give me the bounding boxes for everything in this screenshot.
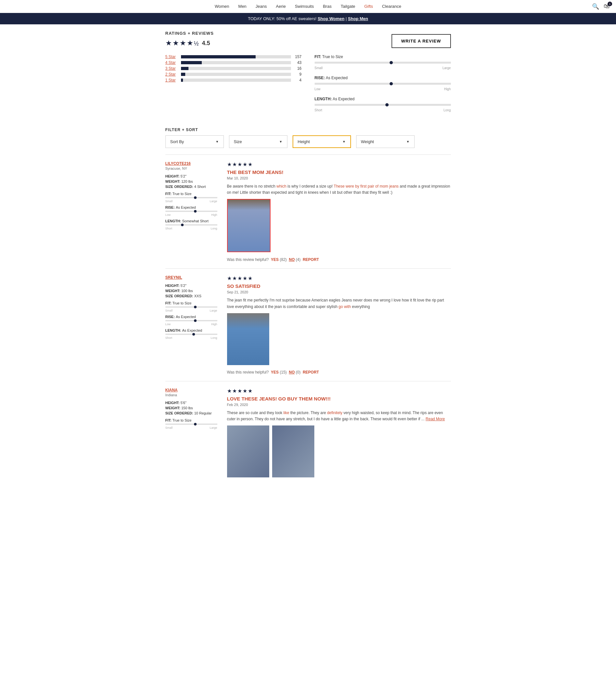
divider-after-filter <box>166 154 451 155</box>
report-link-2[interactable]: REPORT <box>303 370 319 374</box>
divider-1 <box>166 268 451 269</box>
fit-metric-rise: RISE: As Expected Low High <box>315 76 451 91</box>
filter-row: Sort By ▼ Size ▼ Height ▼ Weight ▼ <box>166 135 451 148</box>
read-more-link-3[interactable]: Read More <box>425 417 445 421</box>
bar-fill-1 <box>181 79 183 82</box>
star-label-5[interactable]: 5 Star <box>166 55 178 59</box>
helpful-no-2[interactable]: NO <box>289 370 294 374</box>
reviewer-fit-val-2: True to Size <box>173 301 192 305</box>
report-link-1[interactable]: REPORT <box>303 257 319 262</box>
helpful-yes-2[interactable]: YES <box>271 370 279 374</box>
reviewer-length-row-1: LENGTH: Somewhat Short ShortLong <box>166 219 217 230</box>
fit-slider-track <box>315 62 451 64</box>
search-icon[interactable]: 🔍 <box>592 3 599 10</box>
weight-dropdown[interactable]: Weight ▼ <box>356 135 415 148</box>
weight-label: Weight <box>361 139 374 144</box>
review-image-3a[interactable] <box>227 426 269 477</box>
nav-women[interactable]: Women <box>215 4 229 9</box>
star-row-5: 5 Star 157 <box>166 55 302 59</box>
nav-icons: 🔍 🛍1 <box>592 3 610 10</box>
reviewer-location-3: Indiana <box>166 393 217 397</box>
review-stars-3: ★★★★★ <box>227 388 451 394</box>
reviewer-name-2[interactable]: SREYNIL <box>166 275 217 280</box>
length-right: Long <box>443 108 450 112</box>
review-text-3: These are so cute and they look like the… <box>227 410 451 422</box>
fit-label-strong: FIT: <box>315 55 322 59</box>
review-image-wrap-1[interactable] <box>227 199 270 252</box>
star-label-4[interactable]: 4 Star <box>166 60 178 65</box>
bar-fill-4 <box>181 61 202 64</box>
reviewer-fit-val-3: True to Size <box>173 418 192 422</box>
reviewer-weight-2: WEIGHT: 100 lbs <box>166 289 217 293</box>
nav-swimsuits[interactable]: Swimsuits <box>295 4 314 9</box>
reviewer-size-val-3: 10 Regular <box>194 411 212 415</box>
promo-text: TODAY ONLY: 50% off AE sweaters! <box>248 16 317 21</box>
reviewer-rise-row-2: RISE: As Expected LowHigh <box>166 315 217 326</box>
ratings-title: RATINGS + REVIEWS <box>166 31 214 36</box>
bar-fill-2 <box>181 73 185 76</box>
star-label-2[interactable]: 2 Star <box>166 72 178 77</box>
fit-value: True to Size <box>322 55 343 59</box>
size-dropdown[interactable]: Size ▼ <box>229 135 287 148</box>
reviewer-rise-val-1: As Expected <box>176 206 196 209</box>
review-3: KIANA Indiana HEIGHT: 5'6" WEIGHT: 150 l… <box>166 388 451 482</box>
bar-bg-1 <box>181 79 291 82</box>
sort-by-dropdown[interactable]: Sort By ▼ <box>166 135 224 148</box>
star-label-3[interactable]: 3 Star <box>166 66 178 71</box>
reviewer-length-row-2: LENGTH: As Expected ShortLong <box>166 328 217 340</box>
review-image-3b[interactable] <box>272 426 314 477</box>
review-1: LILYCOTE216 Syracuse, NY HEIGHT: 5'2" WE… <box>166 161 451 262</box>
star-bars: 5 Star 157 4 Star 43 3 Star 16 2 Star 9 … <box>166 55 302 118</box>
helpful-row-1: Was this review helpful? YES (82) NO (4)… <box>227 257 451 262</box>
star-label-1[interactable]: 1 Star <box>166 78 178 82</box>
reviewer-length-val-1: Somewhat Short <box>182 219 208 223</box>
helpful-yes-count-1: (82) <box>280 257 286 262</box>
height-dropdown[interactable]: Height ▼ <box>292 135 351 148</box>
overall-stars: ★★★★½ 4.5 <box>166 39 214 47</box>
length-value: As Expected <box>333 97 355 101</box>
reviewer-location-1: Syracuse, NY <box>166 167 217 170</box>
bar-bg-2 <box>181 73 291 76</box>
sort-by-label: Sort By <box>170 139 184 144</box>
bar-fill-3 <box>181 67 189 70</box>
fit-label-rise: RISE: As Expected <box>315 76 451 80</box>
helpful-no-1[interactable]: NO <box>289 257 294 262</box>
review-date-3: Feb 29, 2020 <box>227 403 451 407</box>
review-image-2[interactable] <box>227 313 269 365</box>
bar-bg-5 <box>181 55 291 59</box>
cart-icon[interactable]: 🛍1 <box>604 3 610 10</box>
reviewer-name-1[interactable]: LILYCOTE216 <box>166 161 217 166</box>
review-date-1: Mar 10, 2020 <box>227 176 451 180</box>
write-review-button[interactable]: WRITE A REVIEW <box>392 34 451 48</box>
reviewer-size-3: SIZE ORDERED: 10 Regular <box>166 411 217 415</box>
rise-slider-track <box>315 83 451 85</box>
nav-gifts[interactable]: Gifts <box>364 4 373 9</box>
reviewer-rise-row-1: RISE: As Expected LowHigh <box>166 206 217 216</box>
nav-men[interactable]: Men <box>238 4 246 9</box>
size-label: Size <box>234 139 242 144</box>
reviewer-name-3[interactable]: KIANA <box>166 388 217 392</box>
nav-clearance[interactable]: Clearance <box>382 4 401 9</box>
nav-jeans[interactable]: Jeans <box>256 4 267 9</box>
reviewer-weight-val-3: 150 lbs <box>181 406 193 410</box>
reviewer-fit-row-3: FIT: True to Size SmallLarge <box>166 418 217 429</box>
review-body-3: ★★★★★ LOVE THESE JEANS! GO BUY THEM NOW!… <box>227 388 451 482</box>
reviewer-size-val-2: XXS <box>194 294 201 298</box>
helpful-yes-1[interactable]: YES <box>271 257 279 262</box>
reviewer-info-3: KIANA Indiana HEIGHT: 5'6" WEIGHT: 150 l… <box>166 388 217 482</box>
nav-bras[interactable]: Bras <box>323 4 331 9</box>
nav-tailgate[interactable]: Tailgate <box>340 4 355 9</box>
review-body-2: ★★★★★ SO SATISFIED Sep 21, 2020 The jean… <box>227 275 451 374</box>
promo-link-men[interactable]: Shop Men <box>348 16 368 21</box>
reviewer-info-1: LILYCOTE216 Syracuse, NY HEIGHT: 5'2" WE… <box>166 161 217 262</box>
length-slider-dot <box>386 103 389 106</box>
reviewer-height-3: HEIGHT: 5'6" <box>166 401 217 405</box>
ratings-left: RATINGS + REVIEWS ★★★★½ 4.5 <box>166 31 214 47</box>
cart-count: 1 <box>608 2 612 6</box>
stars-display: ★★★★½ <box>166 39 199 47</box>
fit-metrics: FIT: True to Size Small Large RISE: As E… <box>315 55 451 118</box>
nav-aerie[interactable]: Aerie <box>276 4 286 9</box>
promo-link-women[interactable]: Shop Women <box>317 16 345 21</box>
review-image-1 <box>228 200 270 252</box>
reviewer-weight-val-1: 120 lbs <box>181 179 193 184</box>
